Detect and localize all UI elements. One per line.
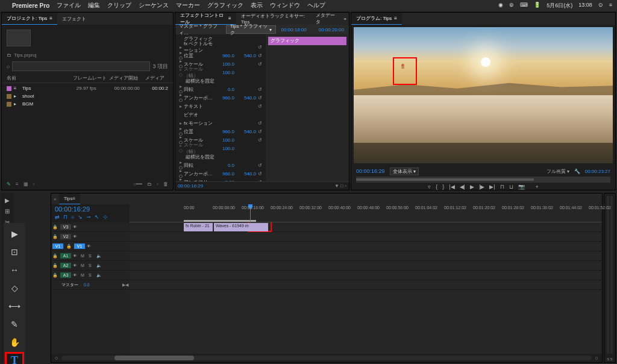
effect-property-row[interactable]: ▸ Öスケール（幅）100.0 xyxy=(175,144,266,152)
lift-icon[interactable]: ⊓ xyxy=(500,184,504,190)
effect-property-row[interactable]: ▸fx ベクトルモーション↺ xyxy=(175,43,266,51)
freeform-icon[interactable]: ✎ xyxy=(7,181,11,187)
program-scrubber[interactable] xyxy=(356,177,610,183)
menu-file[interactable]: ファイル xyxy=(57,1,81,10)
effect-property-row[interactable]: ▸ Ö位置960.0540.0↺ xyxy=(175,51,266,60)
source-v1[interactable]: V1 xyxy=(52,243,63,249)
bin-item[interactable]: ▸BGM xyxy=(2,100,173,108)
track-v1[interactable]: V1 xyxy=(74,243,85,249)
bin-item[interactable]: ▸shoot xyxy=(2,92,173,100)
timeline-option-icon[interactable]: ⊹ xyxy=(103,214,108,220)
menu-sequence[interactable]: シーケンス xyxy=(139,1,169,10)
effect-property-row[interactable]: ▸ Ö回転0.0↺ xyxy=(175,161,266,169)
timeline-timecode[interactable]: 00:00:16:29 xyxy=(55,206,126,213)
program-viewport[interactable] xyxy=(354,27,613,163)
trash-icon[interactable]: 🗑 xyxy=(163,181,168,187)
ext-pen-tool[interactable]: ✎ xyxy=(5,316,24,333)
program-timecode[interactable]: 00:00:16:29 xyxy=(356,168,385,174)
eye-icon[interactable]: 👁 xyxy=(87,244,93,248)
sequence-clip-button[interactable]: Tips * グラフィック▾ xyxy=(226,25,277,34)
extract-icon[interactable]: ⊔ xyxy=(509,184,513,190)
new-bin-icon[interactable]: 🗀 xyxy=(147,181,152,187)
ext-razor-tool[interactable]: ◇ xyxy=(5,280,24,297)
quality-dropdown[interactable]: フル画質 ▾ xyxy=(547,168,569,175)
zoom-slider[interactable]: ○━━ xyxy=(133,181,142,187)
export-frame-icon[interactable]: 📷 xyxy=(518,184,525,190)
effect-property-row[interactable]: ▸ Öアンカーポ…960.0540.0↺ xyxy=(175,93,266,102)
ext-type-tool-highlighted[interactable]: T xyxy=(5,352,24,364)
ext-hand-tool[interactable]: ✋ xyxy=(5,334,24,351)
lock-icon[interactable]: 🔒 xyxy=(52,273,58,278)
timeline-option-icon[interactable]: ⊸ xyxy=(86,214,91,220)
menu-help[interactable]: ヘルプ xyxy=(307,1,325,10)
timeline-zoom-scroll[interactable] xyxy=(61,356,591,360)
mark-out-icon[interactable]: } xyxy=(442,184,444,190)
go-out-icon[interactable]: ▶| xyxy=(489,184,495,190)
new-item-icon[interactable]: ▫ xyxy=(157,181,158,187)
effect-clip-bar[interactable]: グラフィック xyxy=(268,37,346,45)
tab-metadata[interactable]: メタデータ xyxy=(311,13,342,25)
project-search[interactable] xyxy=(12,61,150,71)
menu-edit[interactable]: 編集 xyxy=(88,1,100,10)
eye-icon[interactable]: 👁 xyxy=(73,225,79,229)
track-a2[interactable]: A2 xyxy=(60,263,71,268)
effect-mini-timeline[interactable]: グラフィック xyxy=(266,34,349,181)
notif-icon[interactable]: ≡ xyxy=(609,2,612,10)
ext-slip-tool[interactable]: ⟷ xyxy=(5,298,24,315)
mark-in-icon[interactable]: { xyxy=(436,184,437,190)
effect-property-row[interactable]: ▸テキスト↺ xyxy=(175,102,266,110)
icon-view-icon[interactable]: ▦ xyxy=(23,181,28,187)
lock-icon[interactable]: 🔒 xyxy=(52,263,58,268)
play-icon[interactable]: ▶ xyxy=(470,184,474,190)
lock-icon[interactable]: 🔒 xyxy=(52,225,58,230)
track-v2[interactable]: V2 xyxy=(60,234,71,239)
track-select-tool[interactable]: ⊞ xyxy=(2,206,12,216)
tab-effects[interactable]: エフェクト xyxy=(57,13,91,25)
effect-property-row[interactable]: ▸ Öアンカーポ…960.0540.0↺ xyxy=(175,169,266,178)
menu-window[interactable]: ウィンドウ xyxy=(270,1,300,10)
timeline-option-icon[interactable]: ↖ xyxy=(95,214,99,220)
clip-waves[interactable]: Waves - 61949 m xyxy=(214,223,268,231)
menu-view[interactable]: 表示 xyxy=(251,1,263,10)
freeform-view-icon[interactable]: ▫ xyxy=(33,181,35,187)
col-framerate[interactable]: フレームレート xyxy=(73,75,109,81)
timeline-option-icon[interactable]: ⊓ xyxy=(63,214,67,220)
effect-property-row[interactable]: ビデオ xyxy=(175,110,266,119)
panel-menu-icon[interactable]: » xyxy=(342,16,349,22)
timeline-ruler[interactable]: 00:0000:00:08:0000:00:16:0000:00:24:0000… xyxy=(130,204,602,222)
lock-icon[interactable]: 🔒 xyxy=(52,234,58,239)
ext-track-tool[interactable]: ⊡ xyxy=(5,243,24,260)
go-in-icon[interactable]: |◀ xyxy=(449,184,454,190)
timeline-content[interactable]: fx グラフィック fx グ fx Robin - 21 Waves - 619… xyxy=(130,222,602,354)
bin-item[interactable]: ≡Tips29.97 fps00:00:00:0000:00:2 xyxy=(2,84,173,92)
timeline-option-icon[interactable]: ⟐ xyxy=(71,214,74,220)
effect-tools[interactable]: ▼ □ ▫ xyxy=(334,183,346,189)
master-level[interactable]: 0.0 xyxy=(84,283,90,287)
effect-property-row[interactable]: ▸ Ö位置960.0540.0↺ xyxy=(175,127,266,136)
effect-property-row[interactable]: ▸ Ö回転0.0↺ xyxy=(175,85,266,93)
step-back-icon[interactable]: ◀| xyxy=(460,184,465,190)
menu-marker[interactable]: マーカー xyxy=(176,1,200,10)
menu-clip[interactable]: クリップ xyxy=(107,1,131,10)
tab-project[interactable]: プロジェクト: Tips≡ xyxy=(2,13,57,25)
track-v3[interactable]: V3 xyxy=(60,224,71,230)
col-name[interactable]: 名前 xyxy=(7,75,73,81)
timeline-option-icon[interactable]: ⇄ xyxy=(55,214,60,220)
lock-icon[interactable]: 🔒 xyxy=(52,254,58,259)
tab-program[interactable]: プログラム: Tips≡ xyxy=(351,13,402,25)
ext-ripple-tool[interactable]: ↔ xyxy=(5,262,24,278)
app-name[interactable]: Premiere Pro xyxy=(12,2,49,9)
selection-tool[interactable]: ▶ xyxy=(2,195,12,205)
zoom-fit-dropdown[interactable]: 全体表示 ▾ xyxy=(390,168,419,175)
timeline-option-icon[interactable]: ↘ xyxy=(78,214,83,220)
sequence-tab[interactable]: Tips ≡ xyxy=(59,193,81,204)
add-marker-icon[interactable]: ▿ xyxy=(428,184,431,190)
col-mediastart[interactable]: メディア開始 xyxy=(109,75,145,81)
effect-property-row[interactable]: ▸fx モーション↺ xyxy=(175,119,266,127)
track-a3[interactable]: A3 xyxy=(60,272,71,278)
col-mediadur[interactable]: メディア xyxy=(145,75,164,81)
work-area-bar[interactable] xyxy=(184,220,256,222)
effect-property-row[interactable]: ▸ Öスケール（幅）100.0 xyxy=(175,68,266,77)
lock-icon[interactable]: 🔒 xyxy=(66,244,72,249)
settings-icon[interactable]: 🔧 xyxy=(574,169,580,174)
